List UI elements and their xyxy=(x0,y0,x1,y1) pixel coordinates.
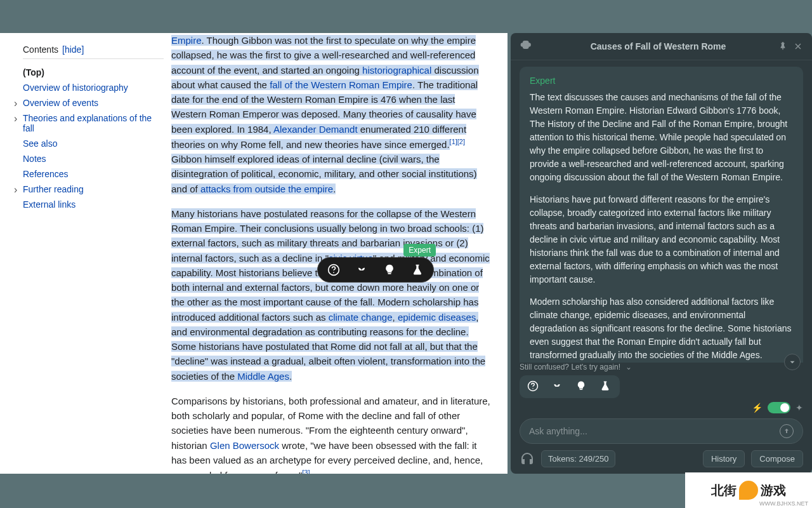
bulb-icon[interactable] xyxy=(575,380,588,393)
panel-header: Causes of Fall of Western Rome xyxy=(511,33,812,60)
cite-1[interactable]: [1] xyxy=(450,138,457,145)
toc-item-5[interactable]: Notes xyxy=(23,152,164,167)
toc-item-2[interactable]: Overview of events xyxy=(23,96,164,111)
sparkle-icon[interactable]: ✦ xyxy=(796,403,803,413)
sprout-icon[interactable] xyxy=(355,263,369,277)
toc-item-0[interactable]: (Top) xyxy=(23,65,164,81)
link-empire[interactable]: Empire xyxy=(171,35,202,46)
panel-body: Expert The text discusses the causes and… xyxy=(511,60,812,363)
link-middle-ages[interactable]: Middle Ages xyxy=(237,371,289,382)
link-epidemic[interactable]: epidemic diseases xyxy=(398,312,476,323)
question-icon[interactable] xyxy=(327,263,341,277)
paragraph-1: Empire. Though Gibbon was not the first … xyxy=(171,33,491,196)
svg-point-3 xyxy=(532,388,534,389)
toc-item-6[interactable]: References xyxy=(23,167,164,182)
link-attacks-outside[interactable]: attacks from outside the empire xyxy=(200,184,333,194)
ask-input[interactable] xyxy=(529,426,780,436)
response-tag: Expert xyxy=(530,76,793,86)
chevron-down-icon[interactable]: ⌄ xyxy=(625,363,632,371)
toggle-switch[interactable] xyxy=(768,402,790,413)
question-icon[interactable] xyxy=(527,380,540,393)
pin-icon[interactable] xyxy=(778,41,788,51)
response-paragraph-2: Modern scholarship has also considered a… xyxy=(530,295,793,362)
headset-icon[interactable] xyxy=(520,451,535,467)
toc-item-7[interactable]: Further reading xyxy=(23,182,164,197)
link-climate-change[interactable]: climate change xyxy=(329,312,393,323)
ask-input-row xyxy=(520,418,803,444)
bolt-icon: ⚡ xyxy=(752,403,763,413)
send-button[interactable] xyxy=(780,424,794,438)
link-demandt[interactable]: Alexander Demandt xyxy=(273,124,358,135)
paragraph-2: Many historians have postulated reasons … xyxy=(171,206,491,384)
brain-icon xyxy=(520,41,536,52)
bulb-icon[interactable] xyxy=(383,263,396,277)
toc-toggle[interactable]: [hide] xyxy=(62,44,84,55)
watermark: 北街 游戏 WWW.BJHXS.NET xyxy=(685,472,812,508)
panel-title: Causes of Fall of Western Rome xyxy=(544,41,773,51)
assistant-panel: Causes of Fall of Western Rome Expert Th… xyxy=(511,33,812,474)
link-fall-wre[interactable]: fall of the Western Roman Empire xyxy=(270,79,412,90)
svg-point-1 xyxy=(333,272,334,273)
toc-item-3[interactable]: Theories and explanations of the fall xyxy=(23,111,164,137)
sprout-icon[interactable] xyxy=(551,380,564,393)
link-historiographical[interactable]: historiographical xyxy=(362,65,431,76)
flask-icon[interactable] xyxy=(599,380,612,393)
panel-footer: Still confused? Let's try again! ⌄ ⚡ ✦ T… xyxy=(511,363,812,474)
article-body: Empire. Though Gibbon was not the first … xyxy=(171,33,508,474)
link-bowersock[interactable]: Glen Bowersock xyxy=(210,440,279,451)
toc-item-1[interactable]: Overview of historiography xyxy=(23,81,164,96)
contents-label: Contents xyxy=(23,44,58,55)
cite-2[interactable]: [2] xyxy=(457,138,465,145)
paragraph-3: Comparisons by historians, both professi… xyxy=(171,394,491,474)
flask-icon[interactable] xyxy=(410,263,424,277)
toc-item-4[interactable]: See also xyxy=(23,137,164,152)
history-button[interactable]: History xyxy=(703,450,745,467)
cite-3[interactable]: [3] xyxy=(302,469,310,474)
toc-sidebar: Contents [hide] (Top)Overview of histori… xyxy=(0,33,171,474)
toc-item-8[interactable]: External links xyxy=(23,197,164,213)
tokens-counter: Tokens: 249/250 xyxy=(541,450,615,467)
response-paragraph-0: The text discusses the causes and mechan… xyxy=(530,91,793,184)
retry-toolbar xyxy=(520,375,620,398)
response-paragraph-1: Historians have put forward different re… xyxy=(530,193,793,286)
selection-toolbar: Expert xyxy=(317,257,434,283)
sun-icon xyxy=(739,481,758,500)
retry-label: Still confused? Let's try again! xyxy=(520,363,620,371)
compose-button[interactable]: Compose xyxy=(751,450,803,467)
scroll-down-button[interactable] xyxy=(784,354,801,370)
close-icon[interactable] xyxy=(793,41,803,51)
response-card: Expert The text discusses the causes and… xyxy=(520,67,803,363)
toolbar-tooltip: Expert xyxy=(403,244,436,257)
